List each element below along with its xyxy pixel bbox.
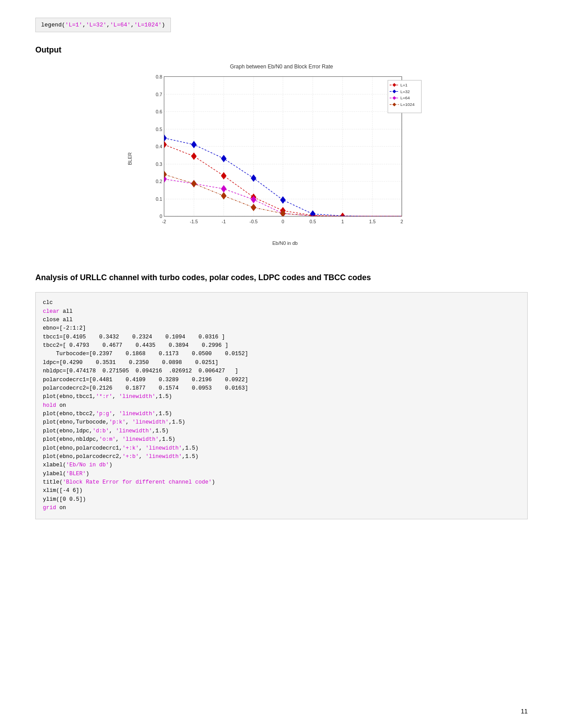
svg-text:0: 0 — [159, 214, 162, 219]
svg-text:1.5: 1.5 — [369, 219, 376, 224]
svg-text:L=64: L=64 — [400, 95, 409, 100]
svg-text:0.8: 0.8 — [155, 74, 162, 79]
svg-text:L=1: L=1 — [400, 83, 407, 87]
y-axis-label: BLER — [127, 72, 132, 246]
svg-text:L=1024: L=1024 — [400, 102, 414, 107]
chart-svg: -2 -1.5 -1 -0.5 0 0.5 1 1.5 2 0 0.1 — [134, 72, 436, 240]
svg-text:0.1: 0.1 — [155, 196, 162, 202]
svg-text:0.5: 0.5 — [155, 127, 162, 132]
svg-text:-1: -1 — [221, 219, 226, 224]
chart-plot-area: -2 -1.5 -1 -0.5 0 0.5 1 1.5 2 0 0.1 — [134, 72, 436, 246]
output-title: Output — [35, 45, 528, 55]
page-number: 11 — [521, 708, 528, 715]
chart-container: Graph between Eb/N0 and Block Error Rate… — [127, 64, 436, 246]
output-section: Output Graph between Eb/N0 and Block Err… — [35, 45, 528, 246]
top-code-block: legend('L=1','L=32','L=64','L=1024') — [35, 18, 171, 32]
svg-text:0: 0 — [281, 219, 284, 224]
svg-text:0.7: 0.7 — [155, 92, 162, 97]
svg-text:0.2: 0.2 — [155, 179, 162, 184]
svg-text:0.3: 0.3 — [155, 161, 162, 167]
svg-text:2: 2 — [400, 219, 403, 224]
analysis-section-title: Analysis of URLLC channel with turbo cod… — [35, 272, 528, 283]
chart-title: Graph between Eb/N0 and Block Error Rate — [127, 64, 436, 70]
svg-text:L=32: L=32 — [400, 89, 409, 94]
svg-text:0.6: 0.6 — [155, 109, 162, 114]
svg-text:-1.5: -1.5 — [190, 219, 198, 224]
x-axis-label: Eb/N0 in db — [134, 240, 436, 246]
svg-text:1: 1 — [341, 219, 344, 224]
svg-text:-2: -2 — [162, 219, 166, 224]
chart-area: BLER — [127, 72, 436, 246]
svg-text:0.4: 0.4 — [155, 144, 162, 149]
svg-text:-0.5: -0.5 — [249, 219, 257, 224]
svg-text:0.5: 0.5 — [309, 219, 316, 224]
code-block-main: clc clear all close all ebno=[-2:1:2] tb… — [35, 292, 528, 519]
